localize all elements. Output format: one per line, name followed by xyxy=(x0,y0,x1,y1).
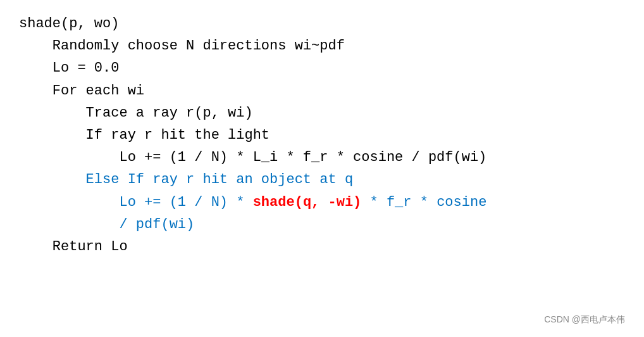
code-text: Return Lo xyxy=(19,239,128,255)
code-line-2: Randomly choose N directions wi~pdf xyxy=(19,35,625,57)
code-line-11: Return Lo xyxy=(19,236,625,258)
code-text-red: shade(q, -wi) xyxy=(253,194,362,210)
code-line-10: / pdf(wi) xyxy=(19,213,625,236)
code-text: Lo = 0.0 xyxy=(19,60,119,76)
code-text-blue: Else If ray r hit an object at q xyxy=(19,172,353,188)
code-text: Lo += (1 / N) * L_i * f_r * cosine / pdf… xyxy=(19,149,486,165)
code-text: Trace a ray r(p, wi) xyxy=(19,105,253,121)
code-text-blue: Lo += (1 / N) * xyxy=(19,194,253,210)
code-line-1: shade(p, wo) xyxy=(19,13,625,35)
code-line-8: Else If ray r hit an object at q xyxy=(19,168,625,191)
code-line-6: If ray r hit the light xyxy=(19,124,625,146)
code-text: For each wi xyxy=(19,83,144,99)
code-container: shade(p, wo) Randomly choose N direction… xyxy=(0,0,644,337)
watermark: CSDN @西电卢本伟 xyxy=(544,314,625,326)
code-line-5: Trace a ray r(p, wi) xyxy=(19,102,625,124)
code-text: shade(p, wo) xyxy=(19,16,119,32)
code-line-7: Lo += (1 / N) * L_i * f_r * cosine / pdf… xyxy=(19,146,625,168)
code-line-9: Lo += (1 / N) * shade(q, -wi) * f_r * co… xyxy=(19,191,625,213)
code-line-3: Lo = 0.0 xyxy=(19,57,625,79)
code-text: If ray r hit the light xyxy=(19,127,269,143)
code-text-blue: / pdf(wi) xyxy=(19,217,194,232)
code-text-blue-2: * f_r * cosine xyxy=(361,194,486,210)
code-text: Randomly choose N directions wi~pdf xyxy=(19,38,345,54)
code-line-4: For each wi xyxy=(19,80,625,102)
